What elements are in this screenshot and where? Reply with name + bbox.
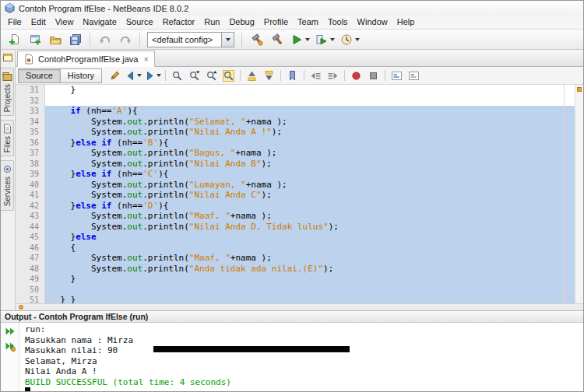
code-line-43[interactable]: System.out.println("Maaf, "+nama );	[45, 211, 575, 222]
menu-source[interactable]: Source	[121, 16, 158, 29]
line-number[interactable]: 31	[16, 85, 44, 96]
output-line: Masukkan nama : Mirza	[25, 335, 583, 346]
redo-button[interactable]	[115, 31, 135, 48]
save-all-button[interactable]	[65, 31, 85, 48]
rerun-modified-button[interactable]	[3, 340, 17, 352]
open-project-button[interactable]	[45, 31, 65, 48]
new-file-button[interactable]	[5, 31, 24, 48]
window-group-icon[interactable]	[2, 52, 13, 63]
line-number[interactable]: 41	[16, 190, 44, 201]
code-line-34[interactable]: System.out.println("Selamat, "+nama );	[45, 117, 575, 128]
code-line-32[interactable]	[45, 96, 575, 107]
menu-team[interactable]: Team	[293, 16, 323, 29]
code-line-48[interactable]: System.out.println("Anda tidak ada nilai…	[45, 264, 575, 275]
code-line-36[interactable]: }else if (nh=='B'){	[45, 138, 575, 149]
line-number[interactable]: 46	[16, 243, 44, 254]
tab-contohprogramifelse-java[interactable]: ContohProgramIfElse.java ×	[17, 51, 155, 67]
menu-run[interactable]: Run	[199, 16, 224, 29]
shift-left-button[interactable]	[308, 68, 324, 83]
view-button-source[interactable]: Source	[18, 68, 61, 83]
line-number[interactable]: 49	[16, 274, 44, 285]
code-line-40[interactable]: System.out.println("Lumayan, "+nama );	[45, 180, 575, 191]
gutter[interactable]: 3132333435363738394041424344454647484950…	[16, 85, 45, 303]
menu-view[interactable]: View	[51, 16, 79, 29]
line-number[interactable]: 35	[16, 127, 44, 138]
find-next-button[interactable]	[186, 68, 202, 83]
config-dropdown[interactable]: <default config>	[147, 32, 234, 47]
profile-button[interactable]	[338, 31, 362, 48]
tab-close-icon[interactable]: ×	[143, 54, 148, 64]
code-line-31[interactable]: }	[45, 85, 575, 96]
code-line-35[interactable]: System.out.println("Nilai Anda A !");	[45, 127, 575, 138]
line-number[interactable]: 40	[16, 180, 44, 191]
menu-profile[interactable]: Profile	[259, 16, 293, 29]
line-number[interactable]: 50	[16, 285, 44, 296]
menu-refactor[interactable]: Refactor	[158, 16, 200, 29]
line-number[interactable]: 45	[16, 232, 44, 243]
code-line-51[interactable]: } }	[45, 295, 575, 303]
previous-occurrence-button[interactable]	[244, 68, 260, 83]
build-button[interactable]	[267, 31, 287, 48]
error-stripe[interactable]	[575, 85, 583, 303]
code-line-39[interactable]: }else if (nh=='C'){	[45, 169, 575, 180]
menu-file[interactable]: File	[3, 16, 26, 29]
sidebar-tab-projects[interactable]: Projects	[1, 68, 14, 116]
code-line-44[interactable]: System.out.println("Nilai Anda D, Tidak …	[45, 222, 575, 233]
menu-debug[interactable]: Debug	[224, 16, 259, 29]
output-header[interactable]: Output - Contoh Program IfElse (run)	[1, 311, 583, 323]
code-line-37[interactable]: System.out.println("Bagus, "+nama );	[45, 148, 575, 159]
config-dropdown-arrow-icon[interactable]	[221, 33, 234, 47]
line-number[interactable]: 43	[16, 211, 44, 222]
code-line-46[interactable]: {	[45, 243, 575, 254]
code-line-47[interactable]: System.out.println("Maaf, "+nama );	[45, 253, 575, 264]
line-number[interactable]: 38	[16, 159, 44, 170]
line-number[interactable]: 34	[16, 117, 44, 128]
line-number[interactable]: 42	[16, 201, 44, 212]
output-line: run:	[25, 324, 583, 335]
back-button[interactable]	[124, 68, 142, 83]
toggle-bookmark-button[interactable]	[284, 68, 301, 83]
menu-edit[interactable]: Edit	[26, 16, 51, 29]
code-line-49[interactable]: }	[45, 274, 575, 285]
sidebar-tab-services[interactable]: Services	[1, 160, 14, 210]
code-line-38[interactable]: System.out.println("Nilai Anda B");	[45, 159, 575, 170]
forward-button[interactable]	[143, 68, 162, 83]
line-number[interactable]: 39	[16, 169, 44, 180]
code-area[interactable]: } if (nh=='A'){ System.out.println("Sela…	[45, 85, 575, 303]
find-selection-button[interactable]	[169, 68, 185, 83]
code-line-50[interactable]	[45, 285, 575, 296]
clean-build-button[interactable]	[247, 31, 266, 48]
line-number[interactable]: 47	[16, 253, 44, 264]
toggle-highlight-button[interactable]	[220, 68, 237, 83]
code-line-45[interactable]: }else	[45, 232, 575, 243]
line-number[interactable]: 37	[16, 148, 44, 159]
start-macro-button[interactable]	[348, 68, 364, 83]
debug-button[interactable]	[313, 31, 337, 48]
next-occurrence-button[interactable]	[261, 68, 277, 83]
shift-right-button[interactable]	[325, 68, 341, 83]
find-previous-button[interactable]	[203, 68, 220, 83]
code-line-41[interactable]: System.out.println("Nilai Anda C");	[45, 190, 575, 201]
new-project-button[interactable]	[25, 31, 44, 48]
code-line-33[interactable]: if (nh=='A'){	[45, 106, 575, 117]
stop-macro-button[interactable]	[365, 68, 382, 83]
sidebar-tab-files[interactable]: Files	[1, 120, 14, 156]
menu-tools[interactable]: Tools	[323, 16, 353, 29]
line-number[interactable]: 36	[16, 138, 44, 149]
line-number[interactable]: 48	[16, 264, 44, 275]
line-number[interactable]: 33	[16, 106, 44, 117]
output-console[interactable]: run:Masukkan nama : MirzaMasukkan nilai:…	[19, 323, 583, 391]
menu-window[interactable]: Window	[353, 16, 392, 29]
last-edit-button[interactable]	[107, 68, 123, 83]
rerun-button[interactable]	[3, 325, 17, 338]
menu-help[interactable]: Help	[392, 16, 420, 29]
line-number[interactable]: 44	[16, 222, 44, 233]
comment-button[interactable]	[389, 68, 405, 83]
undo-button[interactable]	[95, 31, 114, 48]
menu-navigate[interactable]: Navigate	[78, 16, 121, 29]
view-button-history[interactable]: History	[61, 68, 102, 83]
uncomment-button[interactable]	[406, 68, 422, 83]
code-line-42[interactable]: }else if (nh=='D'){	[45, 201, 575, 212]
run-button[interactable]	[288, 31, 312, 48]
line-number[interactable]: 32	[16, 96, 44, 107]
